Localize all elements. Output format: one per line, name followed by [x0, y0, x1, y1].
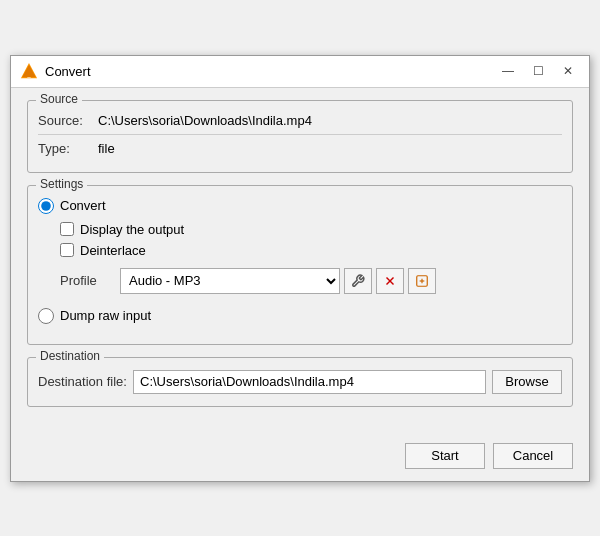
convert-radio-label: Convert	[60, 198, 106, 213]
type-value: file	[98, 141, 562, 156]
destination-group: Destination Destination file: C:\Users\s…	[27, 357, 573, 407]
display-output-row: Display the output	[60, 222, 562, 237]
settings-group: Settings Convert Display the output Dein…	[27, 185, 573, 345]
close-button[interactable]: ✕	[555, 61, 581, 81]
source-label: Source:	[38, 113, 98, 128]
dump-raw-radio[interactable]	[38, 308, 54, 324]
profile-label: Profile	[60, 273, 120, 288]
add-profile-button[interactable]	[408, 268, 436, 294]
dest-file-label: Destination file:	[38, 374, 133, 389]
deinterlace-row: Deinterlace	[60, 243, 562, 258]
deinterlace-label: Deinterlace	[80, 243, 146, 258]
window-title: Convert	[45, 64, 495, 79]
destination-group-content: Destination file: C:\Users\soria\Downloa…	[38, 370, 562, 394]
maximize-button[interactable]: ☐	[525, 61, 551, 81]
profile-row: Profile Audio - MP3 Video - H.264 + MP3 …	[60, 268, 562, 294]
window-controls: — ☐ ✕	[495, 61, 581, 81]
minimize-button[interactable]: —	[495, 61, 521, 81]
source-divider	[38, 134, 562, 135]
convert-radio-row: Convert	[38, 198, 562, 214]
dump-raw-row: Dump raw input	[38, 308, 562, 324]
settings-group-content: Convert Display the output Deinterlace P…	[38, 198, 562, 324]
destination-file-row: Destination file: C:\Users\soria\Downloa…	[38, 370, 562, 394]
source-value: C:\Users\soria\Downloads\Indila.mp4	[98, 113, 562, 128]
cancel-label: Cancel	[513, 448, 553, 463]
bottom-bar: Start Cancel	[11, 435, 589, 481]
settings-group-label: Settings	[36, 177, 87, 191]
title-bar: Convert — ☐ ✕	[11, 56, 589, 88]
start-label: Start	[431, 448, 458, 463]
display-output-checkbox[interactable]	[60, 222, 74, 236]
source-field-row: Source: C:\Users\soria\Downloads\Indila.…	[38, 113, 562, 128]
window-content: Source Source: C:\Users\soria\Downloads\…	[11, 88, 589, 435]
convert-radio[interactable]	[38, 198, 54, 214]
delete-profile-button[interactable]	[376, 268, 404, 294]
settings-wrench-button[interactable]	[344, 268, 372, 294]
profile-select[interactable]: Audio - MP3 Video - H.264 + MP3 (MP4) Vi…	[120, 268, 340, 294]
type-label: Type:	[38, 141, 98, 156]
type-field-row: Type: file	[38, 141, 562, 156]
destination-group-label: Destination	[36, 349, 104, 363]
destination-input[interactable]: C:\Users\soria\Downloads\Indila.mp4	[133, 370, 486, 394]
start-button[interactable]: Start	[405, 443, 485, 469]
deinterlace-checkbox[interactable]	[60, 243, 74, 257]
display-output-label: Display the output	[80, 222, 184, 237]
browse-button[interactable]: Browse	[492, 370, 562, 394]
vlc-icon	[19, 61, 39, 81]
svg-marker-4	[22, 65, 36, 78]
convert-window: Convert — ☐ ✕ Source Source: C:\Users\so…	[10, 55, 590, 482]
source-group-label: Source	[36, 92, 82, 106]
cancel-button[interactable]: Cancel	[493, 443, 573, 469]
source-group-content: Source: C:\Users\soria\Downloads\Indila.…	[38, 113, 562, 156]
dump-raw-label: Dump raw input	[60, 308, 151, 323]
source-group: Source Source: C:\Users\soria\Downloads\…	[27, 100, 573, 173]
